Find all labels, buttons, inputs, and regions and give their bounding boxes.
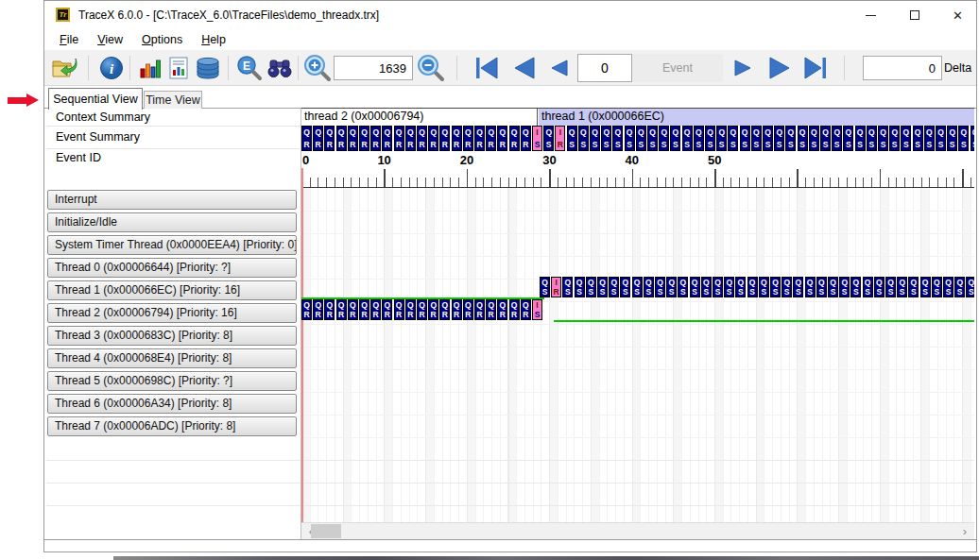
event-block-QS[interactable]: QS: [908, 277, 919, 297]
event-block-QR[interactable]: QR: [405, 299, 416, 320]
event-block-QS[interactable]: QS: [620, 277, 630, 297]
event-block-QS[interactable]: QS: [839, 277, 850, 297]
event-block-QS[interactable]: QS: [855, 126, 866, 151]
event-block-IR[interactable]: IR: [555, 126, 565, 151]
context-button-7[interactable]: Thread 4 (0x000068E4) [Priority: 8]: [47, 348, 297, 368]
menu-view[interactable]: View: [88, 31, 132, 48]
event-block-QR[interactable]: QR: [336, 299, 347, 320]
event-block-QS[interactable]: QS: [716, 126, 727, 151]
event-block-QR[interactable]: QR: [428, 126, 438, 151]
event-block-QS[interactable]: QS: [678, 277, 688, 297]
event-block-QS[interactable]: QS: [578, 126, 589, 151]
event-block-QR[interactable]: QR: [497, 299, 507, 320]
event-block-QR[interactable]: QR: [394, 299, 404, 320]
event-block-QS[interactable]: QS: [798, 126, 808, 151]
close-button[interactable]: ✕: [936, 1, 979, 29]
tab-sequential-view[interactable]: Sequential View: [48, 88, 143, 110]
go-last-button[interactable]: [799, 53, 833, 83]
event-block-QS[interactable]: QS: [936, 126, 946, 151]
open-trace-button[interactable]: [48, 53, 80, 83]
context-button-1[interactable]: Initialize/Idle: [47, 212, 297, 232]
event-block-QR[interactable]: QR: [348, 126, 358, 151]
event-block-QS[interactable]: QS: [885, 277, 896, 297]
zoom-in-button[interactable]: [301, 53, 334, 83]
event-block-QS[interactable]: QS: [567, 126, 577, 151]
minimize-button[interactable]: [850, 1, 892, 29]
event-block-QR[interactable]: QR: [439, 299, 450, 320]
event-block-QS[interactable]: QS: [966, 277, 974, 297]
event-number-field[interactable]: 0: [577, 54, 632, 82]
event-block-QS[interactable]: QS: [863, 277, 873, 297]
event-block-QS[interactable]: QS: [543, 126, 554, 151]
event-block-QS[interactable]: QS: [601, 126, 611, 151]
event-block-QS[interactable]: QS: [770, 277, 781, 297]
event-block-QR[interactable]: QR: [509, 126, 520, 151]
context-button-5[interactable]: Thread 2 (0x00006794) [Priority: 16]: [47, 303, 297, 323]
event-block-QR[interactable]: QR: [486, 299, 496, 320]
step-forward-button[interactable]: [729, 53, 757, 83]
event-block-QR[interactable]: QR: [348, 299, 358, 320]
event-block-QR[interactable]: QR: [486, 126, 496, 151]
context-button-3[interactable]: Thread 0 (0x00006644) [Priority: ?]: [47, 258, 297, 278]
event-block-QS[interactable]: QS: [740, 126, 750, 151]
event-block-QS[interactable]: QS: [820, 126, 831, 151]
event-block-QS[interactable]: QS: [932, 277, 942, 297]
event-block-QS[interactable]: QS: [874, 277, 885, 297]
event-block-QS[interactable]: QS: [897, 277, 907, 297]
event-block-QR[interactable]: QR: [474, 299, 485, 320]
menu-options[interactable]: Options: [132, 31, 192, 48]
context-button-4[interactable]: Thread 1 (0x000066EC) [Priority: 16]: [47, 280, 297, 300]
event-block-QS[interactable]: QS: [947, 126, 957, 151]
event-block-QR[interactable]: QR: [359, 299, 369, 320]
event-block-QS[interactable]: QS: [781, 277, 792, 297]
event-block-QS[interactable]: QS: [759, 277, 769, 297]
event-block-QS[interactable]: QS: [924, 126, 935, 151]
event-block-IS[interactable]: IS: [532, 126, 542, 151]
event-block-QS[interactable]: QS: [728, 126, 738, 151]
context-button-6[interactable]: Thread 3 (0x0000683C) [Priority: 8]: [47, 326, 297, 346]
event-block-QR[interactable]: QR: [417, 126, 427, 151]
event-block-QS[interactable]: QS: [609, 277, 619, 297]
event-block-QR[interactable]: QR: [463, 299, 473, 320]
context-button-8[interactable]: Thread 5 (0x0000698C) [Priority: ?]: [47, 371, 297, 391]
find-event-button[interactable]: E: [234, 53, 265, 83]
event-block-QR[interactable]: QR: [405, 126, 416, 151]
event-block-QS[interactable]: QS: [943, 277, 953, 297]
event-block-QS[interactable]: QS: [920, 277, 931, 297]
event-block-QS[interactable]: QS: [659, 126, 669, 151]
context-button-10[interactable]: Thread 7 (0x00006ADC) [Priority: 8]: [47, 416, 297, 436]
event-block-IR[interactable]: IR: [551, 277, 561, 297]
event-block-QS[interactable]: QS: [632, 277, 643, 297]
event-block-QR[interactable]: QR: [509, 299, 520, 320]
event-block-QR[interactable]: QR: [497, 126, 507, 151]
event-block-QR[interactable]: QR: [301, 299, 312, 320]
performance-charts-button[interactable]: [136, 53, 164, 83]
zoom-out-button[interactable]: [415, 53, 447, 83]
scrollbar-thumb[interactable]: [311, 524, 341, 538]
event-block-QR[interactable]: QR: [417, 299, 427, 320]
event-block-QR[interactable]: QR: [301, 126, 312, 151]
database-button[interactable]: [193, 53, 223, 83]
event-block-QS[interactable]: QS: [666, 277, 677, 297]
event-block-QS[interactable]: QS: [958, 126, 969, 151]
search-button[interactable]: [265, 53, 295, 83]
event-block-QR[interactable]: QR: [370, 126, 381, 151]
event-block-QS[interactable]: QS: [954, 277, 965, 297]
delta-value-field[interactable]: 0: [863, 56, 942, 80]
event-block-QS[interactable]: QS: [747, 277, 758, 297]
event-block-QR[interactable]: QR: [313, 126, 323, 151]
event-block-QS[interactable]: QS: [805, 277, 816, 297]
event-block-QS[interactable]: QS: [644, 277, 654, 297]
event-block-QS[interactable]: QS: [763, 126, 773, 151]
event-block-QS[interactable]: QS: [540, 277, 550, 297]
event-block-QS[interactable]: QS: [809, 126, 819, 151]
page-back-button[interactable]: [507, 53, 541, 83]
event-block-QS[interactable]: QS: [597, 277, 608, 297]
event-block-QS[interactable]: QS: [774, 126, 784, 151]
event-block-QS[interactable]: QS: [655, 277, 665, 297]
event-block-QR[interactable]: QR: [428, 299, 438, 320]
event-block-QS[interactable]: QS: [682, 126, 693, 151]
event-block-QS[interactable]: QS: [705, 126, 715, 151]
event-block-QR[interactable]: QR: [463, 126, 473, 151]
event-block-QS[interactable]: QS: [636, 126, 646, 151]
